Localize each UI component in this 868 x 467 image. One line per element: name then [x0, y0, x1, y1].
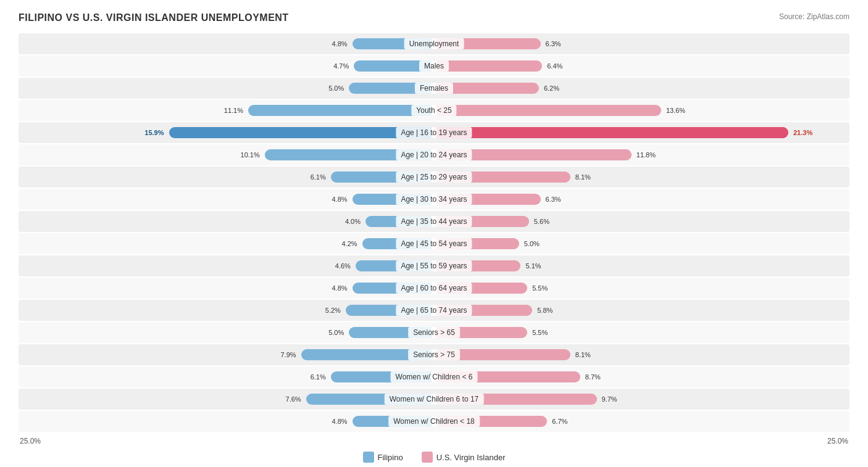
blue-bar: 11.1%	[248, 105, 432, 116]
blue-value: 4.6%	[335, 262, 351, 270]
left-section: 4.8%	[19, 413, 434, 430]
right-section: 5.8%	[434, 302, 849, 319]
left-section: 5.0%	[19, 80, 434, 97]
blue-bar-wrap: 5.0%	[19, 83, 434, 94]
pink-value: 9.7%	[602, 395, 617, 403]
row-inner: 4.8% Age | 60 to 64 years 5.5%	[19, 279, 849, 297]
pink-bar: 5.5%	[436, 283, 527, 294]
left-section: 7.6%	[19, 391, 434, 408]
right-section: 6.2%	[434, 80, 849, 97]
pink-bar: 5.6%	[436, 216, 529, 227]
pink-value: 6.2%	[544, 85, 559, 92]
row-inner: 4.2% Age | 45 to 54 years 5.0%	[19, 235, 849, 252]
chart-container: FILIPINO VS U.S. VIRGIN ISLANDER UNEMPLO…	[0, 0, 868, 467]
row-inner: 7.6% Women w/ Children 6 to 17 9.7%	[19, 391, 849, 408]
blue-bar: 4.0%	[365, 216, 432, 227]
bar-row: 4.8% Women w/ Children < 18 6.7%	[19, 411, 849, 432]
blue-value: 4.7%	[333, 62, 349, 70]
blue-bar-wrap: 11.1%	[19, 105, 434, 116]
chart-title: FILIPINO VS U.S. VIRGIN ISLANDER UNEMPLO…	[19, 12, 289, 23]
blue-bar: 6.1%	[331, 172, 432, 183]
row-inner: 4.0% Age | 35 to 44 years 5.6%	[19, 213, 849, 230]
pink-value: 5.5%	[532, 329, 548, 336]
pink-bar: 6.3%	[436, 194, 541, 205]
blue-bar-wrap: 15.9%	[19, 127, 434, 138]
pink-value: 8.1%	[575, 351, 591, 358]
blue-bar-wrap: 4.8%	[19, 283, 434, 294]
right-section: 6.3%	[434, 35, 849, 52]
pink-bar: 9.7%	[436, 394, 597, 405]
left-section: 5.2%	[19, 302, 434, 319]
blue-bar-wrap: 10.1%	[19, 149, 434, 160]
left-section: 4.8%	[19, 191, 434, 208]
row-inner: 15.9% Age | 16 to 19 years 21.3%	[19, 124, 849, 141]
blue-bar-wrap: 7.9%	[19, 349, 434, 360]
blue-bar-wrap: 4.7%	[19, 60, 434, 72]
blue-value: 15.9%	[144, 129, 164, 136]
pink-bar-wrap: 6.4%	[434, 60, 849, 72]
right-section: 8.1%	[434, 168, 849, 186]
legend-islander-label: U.S. Virgin Islander	[436, 453, 506, 462]
pink-value: 8.7%	[585, 373, 601, 381]
pink-value: 6.3%	[546, 196, 561, 203]
pink-bar: 13.6%	[436, 105, 661, 116]
pink-value: 13.6%	[666, 107, 685, 114]
blue-bar: 4.8%	[353, 38, 432, 49]
blue-bar-wrap: 4.8%	[19, 194, 434, 205]
bar-row: 5.2% Age | 65 to 74 years 5.8%	[19, 300, 849, 321]
pink-bar-wrap: 5.0%	[434, 238, 849, 249]
pink-bar-wrap: 5.1%	[434, 260, 849, 271]
left-section: 4.8%	[19, 35, 434, 52]
left-section: 10.1%	[19, 146, 434, 163]
blue-bar: 5.2%	[346, 305, 432, 316]
blue-bar-wrap: 4.6%	[19, 260, 434, 271]
pink-value: 5.5%	[532, 284, 548, 292]
blue-bar-wrap: 7.6%	[19, 394, 434, 405]
blue-bar: 4.6%	[356, 260, 432, 271]
legend: Filipino U.S. Virgin Islander	[19, 452, 849, 463]
x-axis-right: 25.0%	[827, 437, 848, 445]
blue-value: 6.1%	[311, 373, 326, 381]
pink-bar-wrap: 21.3%	[434, 127, 849, 138]
chart-source: Source: ZipAtlas.com	[779, 12, 849, 21]
left-section: 6.1%	[19, 368, 434, 386]
right-section: 6.7%	[434, 413, 849, 430]
row-inner: 6.1% Age | 25 to 29 years 8.1%	[19, 168, 849, 186]
right-section: 9.7%	[434, 391, 849, 408]
blue-bar: 4.7%	[354, 60, 432, 72]
row-inner: 11.1% Youth < 25 13.6%	[19, 102, 849, 119]
blue-value: 4.8%	[332, 40, 347, 48]
pink-value: 5.1%	[525, 262, 541, 270]
pink-bar: 5.0%	[436, 238, 519, 249]
blue-bar-wrap: 5.0%	[19, 327, 434, 338]
pink-value: 5.0%	[524, 240, 540, 247]
chart-area: 4.8% Unemployment 6.3%	[19, 33, 849, 432]
bar-row: 5.0% Females 6.2%	[19, 78, 849, 99]
blue-value: 5.0%	[328, 85, 344, 92]
right-section: 5.5%	[434, 279, 849, 297]
pink-bar-wrap: 5.5%	[434, 283, 849, 294]
pink-bar-wrap: 6.3%	[434, 194, 849, 205]
row-inner: 4.6% Age | 55 to 59 years 5.1%	[19, 257, 849, 275]
pink-value: 6.3%	[546, 40, 561, 48]
pink-bar-wrap: 8.7%	[434, 371, 849, 382]
bar-row: 4.8% Unemployment 6.3%	[19, 33, 849, 54]
pink-value: 5.8%	[537, 307, 553, 314]
blue-value: 6.1%	[311, 173, 326, 181]
right-section: 5.5%	[434, 324, 849, 341]
pink-value: 11.8%	[636, 151, 656, 159]
pink-bar: 6.3%	[436, 38, 541, 49]
pink-bar: 8.7%	[436, 371, 580, 382]
pink-value: 5.6%	[534, 218, 549, 225]
pink-bar-wrap: 13.6%	[434, 105, 849, 116]
bar-row: 4.8% Age | 60 to 64 years 5.5%	[19, 278, 849, 299]
pink-bar-wrap: 11.8%	[434, 149, 849, 160]
bar-row: 4.7% Males 6.4%	[19, 56, 849, 76]
pink-bar-wrap: 5.6%	[434, 216, 849, 227]
bar-row: 15.9% Age | 16 to 19 years 21.3%	[19, 122, 849, 143]
right-section: 5.1%	[434, 257, 849, 275]
right-section: 8.1%	[434, 346, 849, 363]
bar-row: 11.1% Youth < 25 13.6%	[19, 100, 849, 121]
left-section: 5.0%	[19, 324, 434, 341]
bar-row: 4.2% Age | 45 to 54 years 5.0%	[19, 233, 849, 254]
